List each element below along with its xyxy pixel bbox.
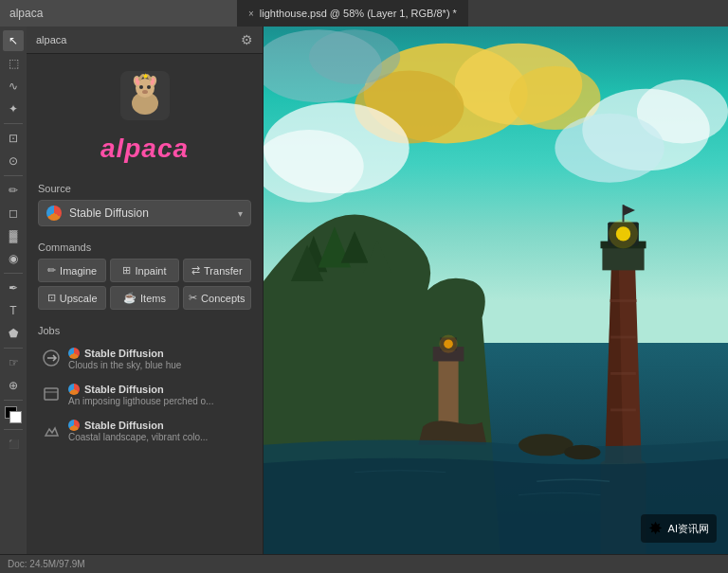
alpaca-logo-icon: ★ [118, 69, 172, 130]
inpaint-label: Inpaint [135, 265, 166, 277]
job-source: Stable Diffusion [68, 348, 247, 359]
svg-point-8 [147, 85, 151, 89]
plugin-panel: alpaca ⚙ [27, 27, 264, 554]
panel-title-text: alpaca [9, 7, 43, 20]
source-provider-icon [46, 206, 62, 221]
settings-gear-icon[interactable]: ⚙ [241, 32, 253, 47]
imagine-button[interactable]: ✏ Imagine [38, 259, 106, 282]
job-type-icon [42, 385, 61, 403]
plugin-header: alpaca ⚙ [27, 27, 263, 54]
upscale-label: Upscale [60, 293, 98, 304]
concepts-icon: ✂ [189, 292, 197, 304]
tool-eyedropper[interactable]: ⊙ [3, 151, 24, 171]
svg-point-9 [142, 90, 148, 94]
job-source: Stable Diffusion [68, 420, 247, 431]
status-text: Doc: 24.5M/97.9M [8, 559, 85, 569]
title-bar: alpaca × lighthouse.psd @ 58% (Layer 1, … [0, 0, 728, 27]
document-tab[interactable]: × lighthouse.psd @ 58% (Layer 1, RGB/8*)… [237, 0, 468, 27]
svg-text:★: ★ [141, 72, 148, 81]
commands-grid: ✏ Imagine ⊞ Inpaint ⇄ Transfer ⊡ Upscale… [38, 259, 251, 310]
job-prompt-text: Coastal landscape, vibrant colo... [68, 432, 247, 442]
source-section: Source Stable Diffusion ▾ [27, 175, 263, 234]
ps-tools-panel: ↖ ⬚ ∿ ✦ ⊡ ⊙ ✏ ◻ ▓ ◉ ✒ T ⬟ ☞ ⊕ ⬛ [0, 27, 27, 554]
items-icon: ☕ [123, 292, 136, 304]
transfer-label: Transfer [204, 265, 243, 277]
tool-type[interactable]: T [3, 300, 24, 321]
jobs-label: Jobs [38, 325, 251, 336]
items-button[interactable]: ☕ Items [110, 286, 178, 310]
job-source-icon [68, 348, 80, 359]
commands-label: Commands [38, 242, 251, 253]
source-provider-name: Stable Diffusion [69, 206, 230, 220]
transfer-icon: ⇄ [191, 264, 200, 277]
main-layout: ↖ ⬚ ∿ ✦ ⊡ ⊙ ✏ ◻ ▓ ◉ ✒ T ⬟ ☞ ⊕ ⬛ alpaca ⚙ [0, 27, 728, 554]
job-content: Stable Diffusion Clouds in the sky, blue… [68, 348, 247, 370]
svg-point-46 [564, 445, 600, 459]
job-source-icon [68, 420, 80, 431]
svg-rect-36 [610, 336, 636, 339]
plugin-header-title: alpaca [36, 34, 66, 45]
tool-separator-2 [4, 175, 23, 176]
source-label: Source [38, 183, 251, 194]
tool-screen-mode[interactable]: ⬛ [3, 434, 24, 455]
items-label: Items [140, 293, 166, 304]
svg-rect-35 [610, 299, 637, 302]
svg-rect-30 [438, 354, 458, 427]
concepts-button[interactable]: ✂ Concepts [183, 286, 251, 310]
tool-lasso[interactable]: ∿ [3, 76, 24, 97]
job-item[interactable]: Stable Diffusion Coastal landscape, vibr… [38, 414, 251, 448]
tool-magic-wand[interactable]: ✦ [3, 98, 24, 119]
job-source-icon [68, 384, 80, 395]
tool-crop[interactable]: ⊡ [3, 128, 24, 149]
tool-separator-1 [4, 123, 23, 124]
tool-eraser[interactable]: ◻ [3, 203, 24, 224]
job-content: Stable Diffusion An imposing ligthouse p… [68, 384, 247, 406]
imagine-icon: ✏ [47, 264, 56, 277]
job-source-name: Stable Diffusion [84, 384, 164, 395]
job-prompt-text: Clouds in the sky, blue hue [68, 360, 247, 370]
svg-point-34 [439, 335, 457, 353]
panel-title-bar: alpaca [0, 0, 237, 27]
job-source-name: Stable Diffusion [84, 348, 164, 359]
lighthouse-painting: ✸ AI资讯网 [264, 27, 728, 554]
upscale-icon: ⊡ [47, 292, 56, 304]
upscale-button[interactable]: ⊡ Upscale [38, 286, 106, 310]
alpaca-logo-area: ★ alpaca [27, 54, 263, 175]
tool-separator-6 [4, 429, 23, 430]
transfer-button[interactable]: ⇄ Transfer [183, 259, 251, 282]
canvas-area: ✸ AI资讯网 [264, 27, 728, 554]
watermark-icon: ✸ [648, 518, 663, 539]
tool-zoom[interactable]: ⊕ [3, 375, 24, 396]
watermark-text: AI资讯网 [668, 522, 709, 536]
source-dropdown[interactable]: Stable Diffusion ▾ [38, 200, 251, 226]
tool-move[interactable]: ↖ [3, 30, 24, 51]
job-type-icon [42, 349, 61, 367]
status-bar: Doc: 24.5M/97.9M [0, 554, 728, 573]
svg-rect-38 [610, 408, 636, 411]
tool-separator-3 [4, 273, 23, 274]
tool-pen[interactable]: ✒ [3, 278, 24, 298]
scene-svg [264, 27, 728, 554]
tool-marquee[interactable]: ⬚ [3, 53, 24, 74]
alpaca-name-text: alpaca [100, 134, 189, 164]
color-swatches[interactable] [5, 406, 22, 423]
tool-shape[interactable]: ⬟ [3, 323, 24, 344]
job-type-icon [42, 421, 61, 439]
job-item[interactable]: Stable Diffusion Clouds in the sky, blue… [38, 342, 251, 376]
svg-point-43 [609, 220, 638, 249]
concepts-label: Concepts [201, 293, 245, 304]
tool-blur[interactable]: ◉ [3, 248, 24, 269]
tab-close-icon[interactable]: × [248, 9, 254, 19]
job-source: Stable Diffusion [68, 384, 247, 395]
tool-separator-5 [4, 400, 23, 401]
tool-hand[interactable]: ☞ [3, 352, 24, 373]
inpaint-button[interactable]: ⊞ Inpaint [110, 259, 178, 282]
background-color[interactable] [9, 411, 22, 423]
jobs-section: Jobs Stable Diffusion Clouds in the sky,… [27, 317, 263, 456]
imagine-label: Imagine [60, 265, 97, 277]
job-item[interactable]: Stable Diffusion An imposing ligthouse p… [38, 378, 251, 412]
job-source-name: Stable Diffusion [84, 420, 164, 431]
tool-brush[interactable]: ✏ [3, 180, 24, 201]
tool-gradient[interactable]: ▓ [3, 225, 24, 246]
svg-rect-39 [602, 244, 644, 270]
